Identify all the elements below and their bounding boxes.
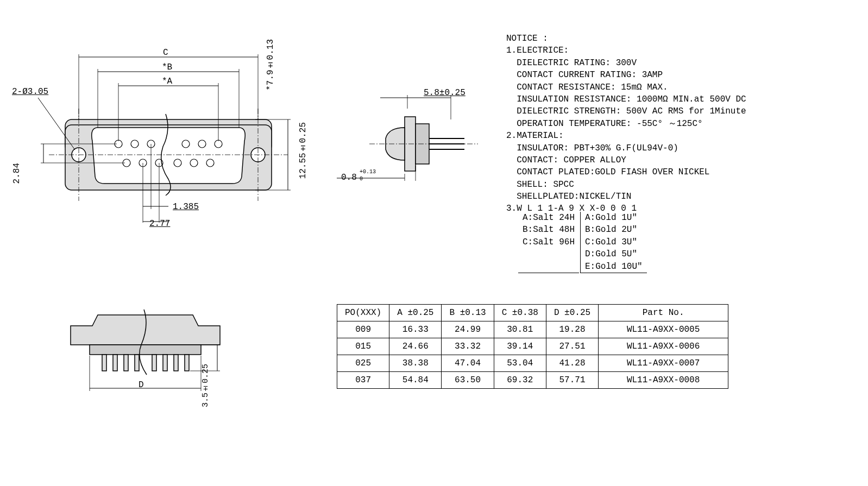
svg-rect-60 (185, 355, 189, 371)
notice-l2e: SHELLPLATED:NICKEL/TIN (506, 191, 746, 203)
dim-pin-len: 3.5±0.25 (201, 364, 210, 407)
notice-l1e: DIELECTRIC STRENGTH: 500V AC RMS for 1Mi… (506, 105, 746, 117)
table-row: 009 16.33 24.99 30.81 19.28 WL11-A9XX-00… (337, 321, 728, 338)
notice-block: NOTICE : 1.ELECTRICE: DIELECTRIC RATING:… (506, 33, 746, 215)
gold-opt-4: E:Gold 10U" (585, 261, 643, 273)
gold-opt-0: A:Gold 1U" (585, 212, 643, 224)
dim-h1: *7.9±0.13 (266, 39, 275, 91)
notice-l2a: INSULATOR: PBT+30% G.F(UL94V-0) (506, 142, 746, 154)
table-row: 037 54.84 63.50 69.32 57.71 WL11-A9XX-00… (337, 372, 728, 389)
svg-rect-54 (113, 355, 117, 371)
th-a: A ±0.25 (389, 305, 442, 321)
notice-l1f: OPERATION TEMPERATURE: -55C° ～125C° (506, 118, 746, 130)
table-header-row: PO(XXX) A ±0.25 B ±0.13 C ±0.38 D ±0.25 … (337, 305, 728, 321)
svg-point-13 (174, 159, 181, 167)
svg-rect-58 (163, 355, 167, 371)
dim-pitch: 2.77 (149, 219, 170, 229)
th-po: PO(XXX) (337, 305, 389, 321)
gold-opt-3: D:Gold 5U" (585, 248, 643, 260)
gold-opt-1: B:Gold 2U" (585, 224, 643, 236)
svg-rect-55 (124, 355, 128, 371)
side-dim-bot-tol2: 0 (360, 176, 363, 182)
svg-rect-52 (90, 345, 201, 355)
notice-l1a: DIELECTRIC RATING: 300V (506, 57, 746, 69)
svg-rect-53 (102, 355, 106, 371)
svg-point-5 (131, 140, 139, 148)
salt-opt-2: C:Salt 96H (523, 236, 575, 248)
salt-opt-0: A:Salt 24H (523, 212, 575, 224)
notice-l1: 1.ELECTRICE: (506, 45, 746, 56)
dim-h2: 12.55±0.25 (298, 122, 308, 179)
svg-point-14 (190, 159, 198, 167)
side-dim-bot: 0.8 (341, 173, 357, 182)
notice-l2c: CONTACT PLATED:GOLD FIASH OVER NICKEL (506, 166, 746, 178)
notice-l1b: CONTACT CURRENT RATING: 3AMP (506, 69, 746, 81)
th-d: D ±0.25 (546, 305, 598, 321)
dim-b: *B (162, 62, 172, 72)
notice-l2: 2.MATERIAL: (506, 130, 746, 142)
dim-pitch-half: 1.385 (173, 202, 199, 212)
table-row: 015 24.66 33.32 39.14 27.51 WL11-A9XX-00… (337, 338, 728, 355)
svg-point-9 (215, 140, 222, 148)
th-part: Part No. (599, 305, 728, 321)
ordering-options: A:Salt 24H B:Salt 48H C:Salt 96H A:Gold … (517, 211, 648, 274)
th-b: B ±0.13 (442, 305, 494, 321)
dim-d: D (139, 380, 144, 390)
bottom-view-drawing (60, 299, 244, 418)
table-row: 025 38.38 47.04 53.04 41.28 WL11-A9XX-00… (337, 355, 728, 372)
notice-l1c: CONTACT RESISTANCE: 15mΩ MAX. (506, 81, 746, 93)
svg-rect-57 (152, 355, 156, 371)
notice-title: NOTICE : (506, 33, 746, 45)
salt-opt-1: B:Salt 48H (523, 224, 575, 236)
dim-a: *A (162, 77, 172, 86)
dim-hole: 2-Ø3.05 (12, 87, 48, 97)
svg-point-15 (206, 159, 214, 167)
svg-point-8 (198, 140, 206, 148)
svg-rect-59 (174, 355, 178, 371)
gold-opt-2: C:Gold 3U" (585, 236, 643, 248)
dimension-table: PO(XXX) A ±0.25 B ±0.13 C ±0.38 D ±0.25 … (337, 304, 728, 389)
side-dim-top: 5.8±0.25 (424, 88, 466, 98)
dim-c: C (163, 48, 168, 58)
th-c: C ±0.38 (494, 305, 546, 321)
side-view-drawing (337, 87, 500, 206)
notice-l2d: SHELL: SPCC (506, 179, 746, 191)
side-dim-bot-tol: +0.13 (360, 169, 376, 175)
notice-l2b: CONTACT: COPPER ALLOY (506, 154, 746, 166)
svg-point-7 (182, 140, 190, 148)
notice-l1d: INSULATION RESISTANCE: 1000MΩ MIN.at 500… (506, 93, 746, 105)
svg-rect-56 (135, 355, 139, 371)
dim-row-off: 2.84 (12, 163, 22, 184)
